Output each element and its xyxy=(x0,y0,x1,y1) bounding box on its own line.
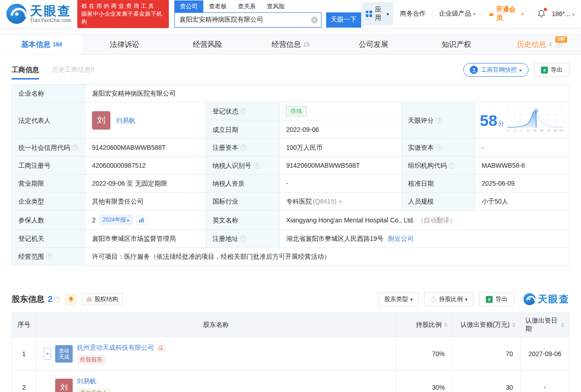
field-value-english-name: Xiangyang Hong'an Mental Hospital Co., L… xyxy=(280,210,569,230)
shareholder-avatar[interactable]: 刘 xyxy=(55,379,73,392)
account-phone-menu[interactable]: 186*... xyxy=(552,10,575,17)
subscribed-date-value: 2027-09-06 xyxy=(521,337,569,370)
search-tab-risk[interactable]: 查风险 xyxy=(261,0,290,12)
field-value-reg-capital: 100万人民币 xyxy=(280,139,402,157)
legal-rep-name-link[interactable]: 刘易帆 xyxy=(116,116,135,125)
legal-rep-avatar[interactable]: 刘 xyxy=(92,111,110,130)
search-button[interactable]: 天眼一下 xyxy=(326,12,361,28)
help-icon[interactable] xyxy=(240,144,247,151)
clear-search-icon[interactable] xyxy=(311,17,318,23)
shareholders-export-button[interactable]: 导出 xyxy=(479,292,514,306)
shareholders-title: 股东信息 xyxy=(12,294,45,305)
tab-history-info[interactable]: 历史信息4 VIP xyxy=(498,35,581,54)
header-gap xyxy=(0,28,581,34)
insured-trend-icon[interactable] xyxy=(137,216,146,225)
shareholder-type-filter[interactable]: 股东类型 xyxy=(378,292,419,306)
col-header-amount[interactable]: 认缴出资额(万元) xyxy=(453,313,521,337)
sort-icon[interactable] xyxy=(561,323,564,327)
field-value-reg-number: 420600000987512 xyxy=(86,157,206,175)
search-tab-boss[interactable]: 查老板 xyxy=(203,0,232,12)
subtab-history-business-info[interactable]: 历史工商信息0 xyxy=(52,66,94,80)
vip-badge: VIP xyxy=(555,36,567,43)
shareholder-name-link[interactable]: 杭州意动天成科技有限公司 xyxy=(77,344,154,352)
field-value-insured-count: 2 2024年报 xyxy=(86,210,206,230)
field-label-taxpayer-id: 纳税人识别号 xyxy=(206,157,280,175)
stamp-icon xyxy=(470,66,478,74)
col-header-date[interactable]: 认缴出资日期 xyxy=(521,313,569,337)
svg-text:0: 0 xyxy=(507,129,509,132)
expand-button[interactable] xyxy=(44,348,51,360)
field-label-reg-address: 注册地址 xyxy=(206,230,280,248)
row-index: 1 xyxy=(12,337,36,370)
export-button[interactable]: 导出 xyxy=(534,63,569,77)
sort-icon[interactable] xyxy=(512,323,516,327)
help-icon[interactable] xyxy=(72,144,78,151)
field-value-legal-rep: 刘 刘易帆 xyxy=(86,102,206,139)
help-icon[interactable] xyxy=(240,108,247,114)
notifications-bell-icon[interactable] xyxy=(537,9,546,18)
tab-count: 15 xyxy=(303,41,309,48)
shareholders-count: 2 xyxy=(48,295,52,304)
help-icon[interactable] xyxy=(449,162,455,169)
help-icon[interactable] xyxy=(436,117,442,124)
holding-ratio-filter[interactable]: 持股比例 xyxy=(424,292,473,306)
field-label-reg-number: 工商注册号 xyxy=(12,157,86,175)
apps-menu-button[interactable]: 应用 xyxy=(361,2,393,25)
tianyancha-logo[interactable]: 天眼查 TianYanCha.com xyxy=(6,4,72,24)
field-value-taxpayer-qualification: - xyxy=(280,175,402,193)
search-tab-company[interactable]: 查公司 xyxy=(174,0,203,12)
tianyancha-watermark: 天眼查 xyxy=(523,293,569,306)
holding-ratio-value: 70% xyxy=(396,337,453,370)
nav-divider xyxy=(482,11,482,17)
annual-report-badge[interactable]: 2024年报 xyxy=(99,215,133,225)
field-label-uscc: 统一社会信用代码 xyxy=(12,139,86,157)
field-label-staff-size: 人员规模 xyxy=(402,193,475,210)
nav-business-cooperation[interactable]: 商务合作 xyxy=(400,10,426,18)
nav-enterprise-products[interactable]: 企业级产品 xyxy=(439,10,475,18)
search-area: 查公司 查老板 查关系 查风险 天眼一下 xyxy=(174,0,361,28)
help-icon[interactable] xyxy=(253,162,259,169)
help-icon xyxy=(430,296,437,302)
score-distribution-chart: 0 1 3 15 50 85 97 99 100 xyxy=(507,108,563,133)
tab-legal-proceedings[interactable]: 法律诉讼 xyxy=(83,35,166,54)
sort-icon[interactable] xyxy=(444,323,448,327)
help-icon[interactable] xyxy=(46,253,52,260)
help-icon[interactable] xyxy=(54,296,61,302)
field-label-business-term: 营业期限 xyxy=(12,175,86,193)
help-icon[interactable] xyxy=(240,235,247,242)
subscribed-date-value: - xyxy=(521,371,569,392)
help-icon[interactable] xyxy=(436,144,442,151)
field-value-industry[interactable]: 专科医院(Q8415) xyxy=(280,193,402,210)
tab-basic-info[interactable]: 基本信息194 xyxy=(0,35,83,54)
field-label-reg-status: 登记状态 xyxy=(206,102,280,120)
field-value-paid-capital: - xyxy=(475,139,569,157)
equity-structure-button[interactable]: 股权结构 xyxy=(82,293,123,305)
equity-chart-icon[interactable] xyxy=(157,344,165,352)
shareholder-name-link[interactable]: 刘易帆 xyxy=(77,377,96,386)
tab-operation-info[interactable]: 经营信息15 xyxy=(249,35,332,54)
tab-company-development[interactable]: 公司发展 xyxy=(332,35,415,54)
tab-intellectual-property[interactable]: 知识产权 xyxy=(415,35,498,54)
nearby-companies-link[interactable]: 附近公司 xyxy=(388,234,414,243)
shareholder-avatar[interactable]: 意动天成 xyxy=(55,345,73,363)
subtab-business-info[interactable]: 工商信息 xyxy=(12,66,39,80)
logo-title: 天眼查 xyxy=(30,5,72,17)
field-label-industry: 国标行业 xyxy=(206,193,280,210)
field-value-reg-authority: 襄阳市樊城区市场监督管理局 xyxy=(86,230,206,248)
nav-open-vip[interactable]: 开通会员 xyxy=(489,6,523,22)
col-header-ratio[interactable]: 持股比例 xyxy=(396,313,453,337)
field-value-reg-address: 湖北省襄阳市樊城区人民西路19号 附近公司 xyxy=(280,230,569,248)
field-value-tyc-score[interactable]: 58 分 xyxy=(475,102,569,139)
field-value-uscc: 91420600MABWWB588T xyxy=(86,139,206,157)
search-input[interactable] xyxy=(174,12,322,28)
monitor-bell-button[interactable] xyxy=(65,294,76,305)
official-snapshot-button[interactable]: 工商官网快照 xyxy=(463,63,529,77)
tab-operation-risk[interactable]: 经营风险 xyxy=(166,35,249,54)
search-tab-relation[interactable]: 查关系 xyxy=(232,0,261,12)
status-date-subgrid: 登记状态 存续 成立日期 2022-09-06 xyxy=(206,102,402,139)
col-header-index: 序号 xyxy=(12,313,36,337)
main-content: 工商信息 历史工商信息0 工商官网快照 导出 企业名称 襄阳宏安精神病医院有限公… xyxy=(0,63,581,392)
promo-line1: 都在用的商业查询工具 xyxy=(81,2,165,10)
top-bar: 天眼查 TianYanCha.com 都在用的商业查询工具 国家中小企业发展子基… xyxy=(0,0,581,28)
svg-text:50: 50 xyxy=(534,129,536,132)
